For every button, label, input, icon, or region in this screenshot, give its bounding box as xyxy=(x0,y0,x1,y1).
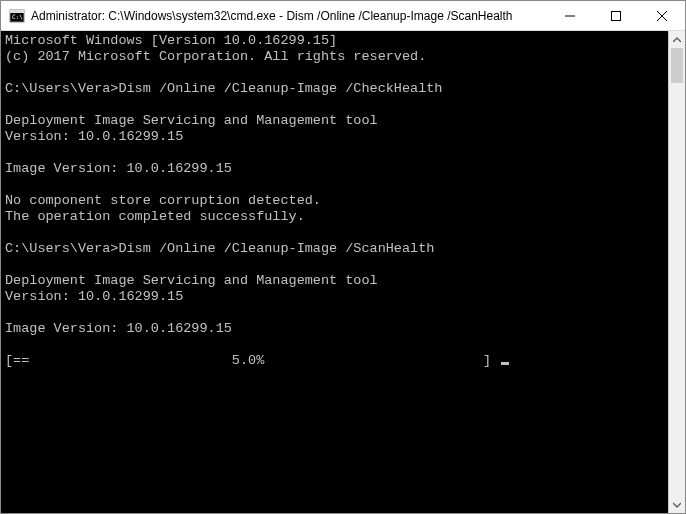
close-button[interactable] xyxy=(639,1,685,30)
tool-name-line: Deployment Image Servicing and Managemen… xyxy=(5,273,378,288)
copyright-line: (c) 2017 Microsoft Corporation. All righ… xyxy=(5,49,426,64)
chevron-down-icon xyxy=(673,501,681,509)
window-title: Administrator: C:\Windows\system32\cmd.e… xyxy=(31,9,547,23)
progress-bar-line: [== 5.0% ] xyxy=(5,353,499,368)
command-text: Dism /Online /Cleanup-Image /CheckHealth xyxy=(118,81,442,96)
os-version-line: Microsoft Windows [Version 10.0.16299.15… xyxy=(5,33,337,48)
scroll-down-button[interactable] xyxy=(669,496,685,513)
image-version-line: Image Version: 10.0.16299.15 xyxy=(5,161,232,176)
cmd-icon: C:\ xyxy=(9,8,25,24)
chevron-up-icon xyxy=(673,36,681,44)
scroll-track[interactable] xyxy=(669,48,685,496)
prompt-path: C:\Users\Vera> xyxy=(5,241,118,256)
scroll-up-button[interactable] xyxy=(669,31,685,48)
maximize-icon xyxy=(611,11,621,21)
tool-version-line: Version: 10.0.16299.15 xyxy=(5,129,183,144)
vertical-scrollbar[interactable] xyxy=(668,31,685,513)
window-controls xyxy=(547,1,685,30)
maximize-button[interactable] xyxy=(593,1,639,30)
console-output[interactable]: Microsoft Windows [Version 10.0.16299.15… xyxy=(1,31,668,513)
cursor xyxy=(501,362,509,365)
command-prompt-window: C:\ Administrator: C:\Windows\system32\c… xyxy=(0,0,686,514)
command-text: Dism /Online /Cleanup-Image /ScanHealth xyxy=(118,241,434,256)
tool-version-line: Version: 10.0.16299.15 xyxy=(5,289,183,304)
image-version-line: Image Version: 10.0.16299.15 xyxy=(5,321,232,336)
prompt-path: C:\Users\Vera> xyxy=(5,81,118,96)
result-line: No component store corruption detected. xyxy=(5,193,321,208)
minimize-icon xyxy=(565,11,575,21)
svg-rect-4 xyxy=(612,11,621,20)
close-icon xyxy=(657,11,667,21)
result-line: The operation completed successfully. xyxy=(5,209,305,224)
minimize-button[interactable] xyxy=(547,1,593,30)
scroll-thumb[interactable] xyxy=(671,48,683,83)
svg-text:C:\: C:\ xyxy=(12,13,23,20)
console-area: Microsoft Windows [Version 10.0.16299.15… xyxy=(1,31,685,513)
tool-name-line: Deployment Image Servicing and Managemen… xyxy=(5,113,378,128)
titlebar: C:\ Administrator: C:\Windows\system32\c… xyxy=(1,1,685,31)
